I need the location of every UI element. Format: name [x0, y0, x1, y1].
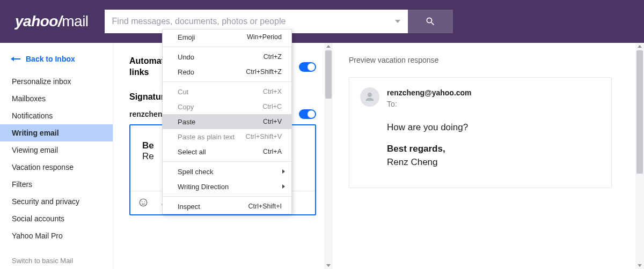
preview-greeting: How are you doing? [387, 121, 601, 134]
signature-toggle[interactable] [299, 109, 316, 119]
context-menu-label: Paste as plain text [178, 133, 235, 141]
auto-link-toggle[interactable] [299, 62, 316, 72]
context-menu-separator [163, 81, 291, 82]
context-menu-label: Spell check [178, 168, 213, 176]
context-menu-item[interactable]: UndoCtrl+Z [163, 49, 291, 64]
context-menu-shortcut: Ctrl+X [263, 88, 282, 95]
context-menu-label: Writing Direction [178, 183, 229, 191]
context-menu-item: CutCtrl+X [163, 84, 291, 99]
context-menu-separator [163, 47, 291, 47]
context-menu-separator [163, 196, 291, 197]
context-menu[interactable]: EmojiWin+PeriodUndoCtrl+ZRedoCtrl+Shift+… [162, 29, 292, 214]
context-menu-label: Emoji [178, 33, 195, 41]
sidebar-item-filters[interactable]: Filters [0, 176, 113, 193]
context-menu-label: Select all [178, 148, 206, 156]
search-icon [425, 16, 436, 27]
context-menu-item[interactable]: PasteCtrl+V [163, 114, 291, 129]
settings-scrollbar[interactable] [324, 43, 333, 269]
context-menu-label: Paste [178, 118, 195, 126]
context-menu-item: Paste as plain textCtrl+Shift+V [163, 129, 291, 144]
context-menu-item: CopyCtrl+C [163, 99, 291, 114]
preview-body: How are you doing? Best regards, Renz Ch… [387, 121, 601, 169]
preview-to-label: To: [387, 99, 472, 110]
context-menu-shortcut: Ctrl+C [262, 103, 282, 110]
settings-sidebar: Back to Inbox Personalize inbox Mailboxe… [0, 43, 113, 269]
sidebar-item-mailboxes[interactable]: Mailboxes [0, 90, 113, 107]
avatar-icon [360, 87, 379, 107]
context-menu-label: Undo [178, 53, 194, 61]
yahoo-mail-logo[interactable]: yahoo/mail [15, 13, 89, 30]
context-menu-shortcut: Win+Period [247, 33, 282, 41]
search-input[interactable] [112, 17, 390, 26]
header-bar: yahoo/mail [0, 0, 644, 43]
context-menu-item[interactable]: Spell check [163, 164, 291, 179]
context-menu-shortcut: Ctrl+V [263, 118, 282, 125]
preview-card: renzcheng@yahoo.com To: How are you doin… [349, 77, 612, 188]
back-to-inbox-link[interactable]: Back to Inbox [0, 50, 113, 73]
svg-point-2 [144, 201, 145, 203]
back-arrow-icon [12, 58, 20, 59]
sidebar-item-writing-email[interactable]: Writing email [0, 124, 113, 141]
svg-point-1 [142, 201, 143, 203]
sidebar-item-viewing-email[interactable]: Viewing email [0, 141, 113, 159]
context-menu-item[interactable]: Select allCtrl+A [163, 144, 291, 159]
context-menu-label: Inspect [178, 203, 200, 211]
context-menu-item[interactable]: EmojiWin+Period [163, 29, 291, 44]
preview-from-email: renzcheng@yahoo.com [387, 87, 472, 99]
preview-scrollbar[interactable] [635, 43, 644, 269]
search-dropdown-caret-icon[interactable] [395, 20, 400, 23]
preview-pane: Preview vacation response renzcheng@yaho… [333, 43, 644, 269]
context-menu-shortcut: Ctrl+Shift+V [246, 133, 282, 140]
sidebar-item-security-and-privacy[interactable]: Security and privacy [0, 193, 113, 210]
preview-name: Renz Cheng [387, 155, 601, 169]
context-menu-separator [163, 161, 291, 162]
context-menu-label: Copy [178, 103, 194, 111]
logo-brand: yahoo [15, 13, 58, 29]
sidebar-item-personalize-inbox[interactable]: Personalize inbox [0, 73, 113, 90]
back-to-inbox-label: Back to Inbox [26, 55, 75, 63]
context-menu-shortcut: Ctrl+Shift+I [248, 203, 282, 210]
svg-point-0 [140, 199, 147, 206]
sidebar-item-notifications[interactable]: Notifications [0, 107, 113, 124]
context-menu-shortcut: Ctrl+Z [264, 53, 282, 61]
preview-from-row: renzcheng@yahoo.com To: [360, 87, 601, 110]
preview-title: Preview vacation response [349, 56, 628, 64]
sidebar-item-social-accounts[interactable]: Social accounts [0, 210, 113, 227]
sidebar-item-vacation-response[interactable]: Vacation response [0, 159, 113, 176]
emoji-icon[interactable] [138, 198, 149, 207]
context-menu-label: Cut [178, 88, 188, 96]
context-menu-item[interactable]: RedoCtrl+Shift+Z [163, 64, 291, 79]
context-menu-item[interactable]: InspectCtrl+Shift+I [163, 199, 291, 214]
switch-to-basic-mail-link[interactable]: Switch to basic Mail [12, 257, 73, 265]
logo-product: mail [62, 13, 88, 29]
auto-link-label: Automat links [129, 56, 164, 78]
context-menu-shortcut: Ctrl+A [263, 148, 282, 155]
context-menu-item[interactable]: Writing Direction [163, 179, 291, 194]
preview-signoff: Best regards, [387, 142, 601, 156]
context-menu-shortcut: Ctrl+Shift+Z [246, 68, 282, 76]
search-button[interactable] [408, 10, 453, 33]
sidebar-item-yahoo-mail-pro[interactable]: Yahoo Mail Pro [0, 227, 113, 244]
signature-account-label: renzcheng [129, 110, 167, 118]
context-menu-label: Redo [178, 68, 194, 76]
